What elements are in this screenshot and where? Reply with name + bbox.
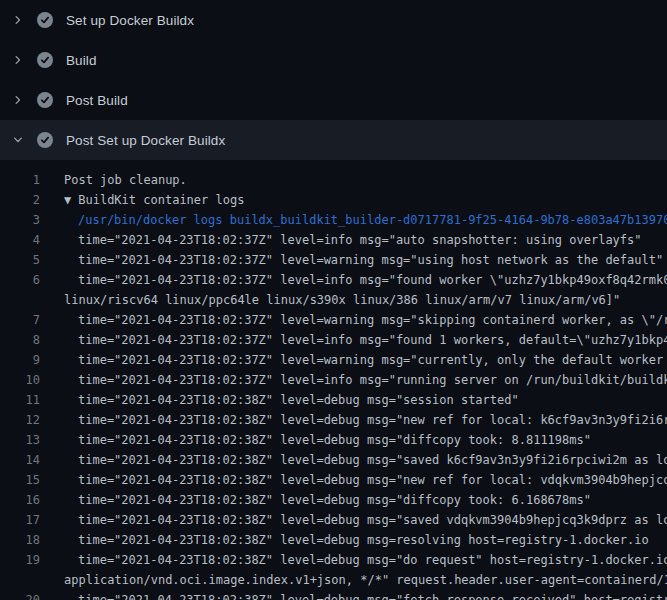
log-text: Post job cleanup.	[64, 170, 187, 190]
line-number[interactable]: 14	[0, 450, 40, 470]
log-line: 20time="2021-04-23T18:02:38Z" level=debu…	[0, 590, 667, 600]
line-number[interactable]: 20	[0, 590, 40, 600]
chevron-right-icon	[10, 52, 26, 68]
log-line: 8time="2021-04-23T18:02:37Z" level=info …	[0, 330, 667, 350]
step-label: Post Build	[66, 93, 128, 108]
line-number[interactable]: 1	[0, 170, 40, 190]
line-number	[0, 290, 40, 310]
line-number[interactable]: 5	[0, 250, 40, 270]
log-group-toggle[interactable]: ▼BuildKit container logs	[64, 190, 244, 210]
log-text: time="2021-04-23T18:02:37Z" level=info m…	[78, 330, 667, 350]
chevron-down-icon	[10, 132, 26, 148]
log-line: 14time="2021-04-23T18:02:38Z" level=debu…	[0, 450, 667, 470]
line-number[interactable]: 11	[0, 390, 40, 410]
log-command-text: /usr/bin/docker logs buildx_buildkit_bui…	[78, 210, 667, 230]
log-text: time="2021-04-23T18:02:38Z" level=debug …	[78, 470, 667, 490]
log-line: 5time="2021-04-23T18:02:37Z" level=warni…	[0, 250, 667, 270]
log-line: 16time="2021-04-23T18:02:38Z" level=debu…	[0, 490, 667, 510]
line-number[interactable]: 13	[0, 430, 40, 450]
log-text: time="2021-04-23T18:02:38Z" level=debug …	[78, 410, 667, 430]
log-line: 17time="2021-04-23T18:02:38Z" level=debu…	[0, 510, 667, 530]
log-line: 15time="2021-04-23T18:02:38Z" level=debu…	[0, 470, 667, 490]
log-line: 10time="2021-04-23T18:02:37Z" level=info…	[0, 370, 667, 390]
log-text: time="2021-04-23T18:02:38Z" level=debug …	[78, 550, 667, 570]
line-number[interactable]: 7	[0, 310, 40, 330]
group-expanded-triangle-icon[interactable]: ▼	[64, 193, 71, 207]
line-number[interactable]: 6	[0, 270, 40, 290]
line-number[interactable]: 18	[0, 530, 40, 550]
log-text: time="2021-04-23T18:02:38Z" level=debug …	[78, 450, 667, 470]
log-line: 3/usr/bin/docker logs buildx_buildkit_bu…	[0, 210, 667, 230]
log-line: 13time="2021-04-23T18:02:38Z" level=debu…	[0, 430, 667, 450]
log-line: 1Post job cleanup.	[0, 170, 667, 190]
log-text: time="2021-04-23T18:02:38Z" level=debug …	[78, 530, 649, 550]
line-number	[0, 570, 40, 590]
check-circle-icon	[37, 12, 53, 28]
line-number[interactable]: 19	[0, 550, 40, 570]
log-text: time="2021-04-23T18:02:38Z" level=debug …	[78, 590, 667, 600]
step-list: Set up Docker BuildxBuildPost BuildPost …	[0, 0, 667, 160]
line-number[interactable]: 16	[0, 490, 40, 510]
log-line: 19time="2021-04-23T18:02:38Z" level=debu…	[0, 550, 667, 570]
step-header-post-set-up-docker-buildx[interactable]: Post Set up Docker Buildx	[0, 120, 667, 160]
line-number[interactable]: 10	[0, 370, 40, 390]
line-number[interactable]: 8	[0, 330, 40, 350]
line-number[interactable]: 15	[0, 470, 40, 490]
log-line-wrap: linux/riscv64 linux/ppc64le linux/s390x …	[0, 290, 667, 310]
log-text: time="2021-04-23T18:02:37Z" level=warnin…	[78, 310, 667, 330]
log-line-wrap: application/vnd.oci.image.index.v1+json,…	[0, 570, 667, 590]
log-line: 6time="2021-04-23T18:02:37Z" level=info …	[0, 270, 667, 290]
step-label: Set up Docker Buildx	[66, 13, 194, 28]
step-label: Build	[66, 53, 97, 68]
line-number[interactable]: 2	[0, 190, 40, 210]
step-label: Post Set up Docker Buildx	[66, 133, 225, 148]
log-text: linux/riscv64 linux/ppc64le linux/s390x …	[64, 290, 620, 310]
log-text: time="2021-04-23T18:02:38Z" level=debug …	[78, 390, 519, 410]
step-header-build[interactable]: Build	[0, 40, 667, 80]
step-header-set-up-docker-buildx[interactable]: Set up Docker Buildx	[0, 0, 667, 40]
check-circle-icon	[37, 92, 53, 108]
check-circle-icon	[37, 52, 53, 68]
log-text: time="2021-04-23T18:02:37Z" level=info m…	[78, 230, 642, 250]
group-title[interactable]: BuildKit container logs	[78, 193, 244, 207]
log-line: 12time="2021-04-23T18:02:38Z" level=debu…	[0, 410, 667, 430]
step-header-post-build[interactable]: Post Build	[0, 80, 667, 120]
actions-log-viewer: { "colors": { "background": "#0b0e14", "…	[0, 0, 667, 600]
line-number[interactable]: 9	[0, 350, 40, 370]
line-number[interactable]: 4	[0, 230, 40, 250]
log-text: time="2021-04-23T18:02:37Z" level=info m…	[78, 370, 667, 390]
log-line: 9time="2021-04-23T18:02:37Z" level=warni…	[0, 350, 667, 370]
log-line: 18time="2021-04-23T18:02:38Z" level=debu…	[0, 530, 667, 550]
log-text: application/vnd.oci.image.index.v1+json,…	[64, 570, 667, 590]
log-text: time="2021-04-23T18:02:37Z" level=info m…	[78, 270, 667, 290]
log-text: time="2021-04-23T18:02:38Z" level=debug …	[78, 430, 591, 450]
chevron-right-icon	[10, 12, 26, 28]
log-line: 4time="2021-04-23T18:02:37Z" level=info …	[0, 230, 667, 250]
log-text: time="2021-04-23T18:02:38Z" level=debug …	[78, 510, 667, 530]
log-line: 11time="2021-04-23T18:02:38Z" level=debu…	[0, 390, 667, 410]
log-text: time="2021-04-23T18:02:37Z" level=warnin…	[78, 250, 663, 270]
log-text: time="2021-04-23T18:02:37Z" level=warnin…	[78, 350, 667, 370]
log-area: 1Post job cleanup.2▼BuildKit container l…	[0, 160, 667, 600]
log-line: 7time="2021-04-23T18:02:37Z" level=warni…	[0, 310, 667, 330]
chevron-right-icon	[10, 92, 26, 108]
check-circle-icon	[37, 132, 53, 148]
line-number[interactable]: 17	[0, 510, 40, 530]
line-number[interactable]: 12	[0, 410, 40, 430]
log-text: time="2021-04-23T18:02:38Z" level=debug …	[78, 490, 591, 510]
log-line: 2▼BuildKit container logs	[0, 190, 667, 210]
line-number[interactable]: 3	[0, 210, 40, 230]
